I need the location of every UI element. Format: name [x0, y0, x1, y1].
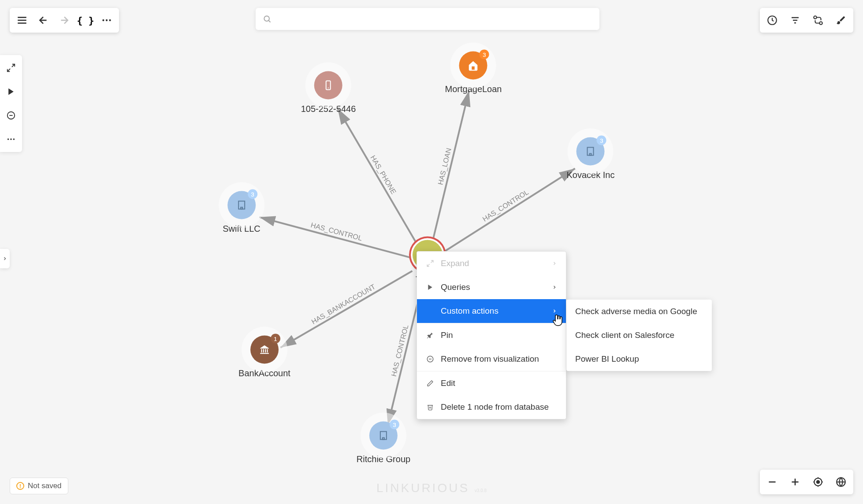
- edge[interactable]: [280, 271, 412, 348]
- watermark: LINKURIOUS v3.0.8: [376, 481, 487, 495]
- more-button[interactable]: [97, 11, 116, 30]
- svg-point-38: [106, 19, 108, 21]
- edge[interactable]: [338, 108, 419, 247]
- svg-line-41: [269, 21, 271, 22]
- pin-icon: [426, 332, 435, 339]
- bottom-controls: [760, 470, 853, 494]
- custom-actions-submenu: Check adverse media on GoogleCheck clien…: [566, 300, 712, 371]
- svg-point-47: [819, 22, 822, 25]
- play-icon: [426, 284, 435, 291]
- menu-edit[interactable]: Edit: [417, 371, 566, 395]
- side-more-button[interactable]: [2, 130, 20, 148]
- fullscreen-button[interactable]: [2, 59, 20, 77]
- brush-button[interactable]: [831, 11, 851, 30]
- menu-queries[interactable]: Queries: [417, 275, 566, 299]
- top-toolbar: { }: [10, 8, 119, 33]
- node-label: Kovacek Inc: [567, 170, 615, 180]
- edge-label: HAS_CONTROL: [310, 221, 363, 242]
- locate-button[interactable]: [808, 472, 828, 492]
- globe-button[interactable]: [831, 472, 851, 492]
- svg-point-54: [10, 138, 12, 140]
- menu-label: Delete 1 node from database: [441, 402, 549, 412]
- svg-rect-19: [261, 349, 262, 352]
- edge[interactable]: [443, 169, 575, 253]
- node-phone[interactable]: 105-252-5446: [301, 71, 356, 114]
- status-label: Not saved: [28, 482, 62, 490]
- side-handle[interactable]: [0, 249, 10, 268]
- svg-rect-31: [383, 438, 384, 440]
- node-label: Ritchie Group: [357, 454, 410, 464]
- forward-button[interactable]: [55, 11, 74, 30]
- chevron-right-icon: [552, 259, 557, 268]
- minus-circle-icon: [426, 355, 435, 363]
- svg-marker-58: [428, 285, 432, 290]
- menu-custom[interactable]: Custom actions: [417, 299, 566, 323]
- menu-delete[interactable]: Delete 1 node from database: [417, 395, 566, 419]
- node-swift[interactable]: 3 Swift LLC: [223, 191, 260, 234]
- svg-point-46: [814, 16, 817, 19]
- menu-remove[interactable]: Remove from visualization: [417, 347, 566, 371]
- svg-rect-23: [260, 353, 269, 354]
- clock-button[interactable]: [763, 11, 782, 30]
- edge[interactable]: [260, 217, 411, 258]
- svg-marker-50: [8, 89, 14, 95]
- pencil-icon: [426, 380, 435, 387]
- chevron-right-icon: [552, 282, 557, 292]
- code-button[interactable]: { }: [76, 11, 95, 30]
- svg-point-55: [13, 138, 15, 140]
- trash-icon: [426, 404, 435, 411]
- right-toolbar: [760, 8, 853, 33]
- svg-point-37: [102, 19, 104, 21]
- svg-line-57: [427, 264, 429, 267]
- menu-label: Pin: [441, 330, 453, 340]
- node-kovacek[interactable]: 3 Kovacek Inc: [567, 137, 615, 180]
- svg-rect-2: [472, 67, 475, 70]
- back-button[interactable]: [33, 11, 53, 30]
- expand-icon: [426, 259, 435, 267]
- edge-label: HAS_CONTROL: [481, 188, 530, 223]
- layout-button[interactable]: [808, 11, 828, 30]
- save-status: ! Not saved: [10, 478, 68, 494]
- node-label: MortgageLoan: [445, 84, 502, 94]
- cursor-icon: [553, 314, 563, 325]
- menu-pin[interactable]: Pin: [417, 323, 566, 347]
- submenu-item-1[interactable]: Check client on Salesforce: [566, 323, 712, 347]
- node-bank[interactable]: 1 BankAccount: [238, 336, 290, 378]
- node-label: 105-252-5446: [301, 104, 356, 114]
- search-input[interactable]: [276, 15, 592, 24]
- svg-point-40: [264, 16, 269, 21]
- side-panel: [0, 55, 22, 152]
- svg-rect-22: [267, 349, 268, 352]
- zoom-in-button[interactable]: [785, 472, 805, 492]
- svg-point-53: [7, 138, 9, 140]
- submenu-item-2[interactable]: Power BI Lookup: [566, 347, 712, 371]
- svg-line-56: [431, 260, 433, 263]
- context-menu: Expand Queries Custom actions Pin Remove…: [417, 251, 566, 419]
- svg-line-49: [7, 69, 10, 71]
- svg-point-1: [328, 88, 329, 89]
- node-label: Swift LLC: [223, 224, 260, 234]
- search-icon: [263, 15, 272, 23]
- zoom-out-button[interactable]: [763, 472, 782, 492]
- warning-icon: !: [16, 482, 24, 490]
- minus-button[interactable]: [2, 106, 20, 125]
- submenu-item-0[interactable]: Check adverse media on Google: [566, 300, 712, 323]
- node-mortgage[interactable]: 3 MortgageLoan: [445, 52, 502, 94]
- edge-label: HAS_PHONE: [369, 154, 398, 196]
- menu-label: Edit: [441, 378, 455, 388]
- svg-rect-21: [265, 349, 266, 352]
- svg-line-48: [12, 64, 15, 67]
- node-ritchie[interactable]: 3 Ritchie Group: [357, 422, 410, 464]
- svg-rect-3: [588, 148, 594, 156]
- edge[interactable]: [432, 91, 469, 245]
- play-button[interactable]: [2, 82, 20, 101]
- svg-point-67: [817, 481, 820, 484]
- filter-button[interactable]: [785, 11, 805, 30]
- search-box[interactable]: [256, 8, 599, 30]
- menu-button[interactable]: [12, 11, 32, 30]
- menu-label: Queries: [441, 282, 470, 292]
- svg-rect-24: [380, 432, 387, 440]
- menu-label: Remove from visualization: [441, 354, 539, 364]
- edge-label: HAS_CONTROL: [390, 324, 410, 377]
- edge-label: HAS_BANKACCOUNT: [310, 283, 377, 326]
